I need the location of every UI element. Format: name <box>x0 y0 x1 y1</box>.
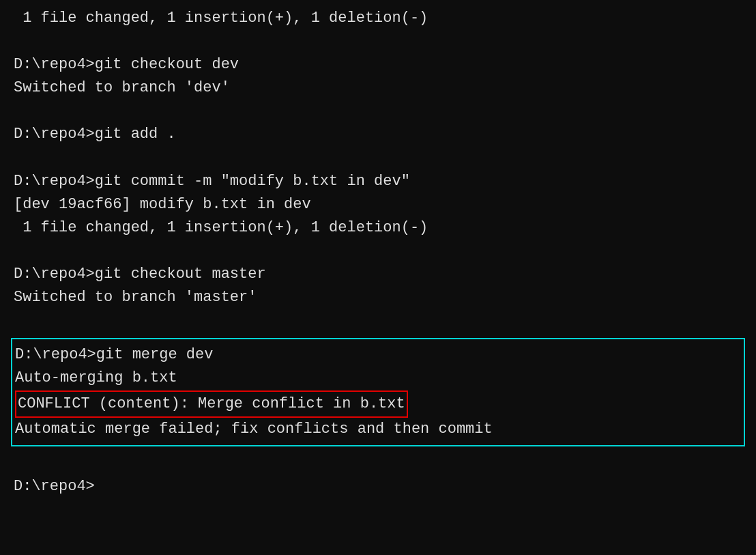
output-switched-dev: Switched to branch 'dev' <box>14 76 742 100</box>
command-git-commit: D:\repo4>git commit -m "modify b.txt in … <box>14 170 742 193</box>
empty-line-1 <box>14 30 742 53</box>
empty-line-2 <box>14 100 742 123</box>
output-line-1: 1 file changed, 1 insertion(+), 1 deleti… <box>14 7 742 30</box>
output-switched-master: Switched to branch 'master' <box>14 286 742 309</box>
empty-line-5 <box>14 309 742 332</box>
command-checkout-dev: D:\repo4>git checkout dev <box>14 53 742 76</box>
output-auto-merging: Auto-merging b.txt <box>15 367 741 390</box>
empty-line-6 <box>14 452 742 475</box>
terminal-window: 1 file changed, 1 insertion(+), 1 deleti… <box>0 0 756 555</box>
merge-output-block: D:\repo4>git merge dev Auto-merging b.tx… <box>11 338 745 446</box>
command-git-add: D:\repo4>git add . <box>14 123 742 146</box>
output-file-changed-2: 1 file changed, 1 insertion(+), 1 deleti… <box>14 216 742 240</box>
output-merge-failed: Automatic merge failed; fix conflicts an… <box>15 418 741 441</box>
conflict-line-wrapper: CONFLICT (content): Merge conflict in b.… <box>15 390 741 418</box>
prompt-line[interactable]: D:\repo4> <box>14 475 742 498</box>
conflict-output-line: CONFLICT (content): Merge conflict in b.… <box>15 390 408 418</box>
command-git-merge: D:\repo4>git merge dev <box>15 343 741 367</box>
empty-line-3 <box>14 147 742 170</box>
output-commit-result: [dev 19acf66] modify b.txt in dev <box>14 193 742 216</box>
command-checkout-master: D:\repo4>git checkout master <box>14 263 742 286</box>
empty-line-4 <box>14 240 742 263</box>
